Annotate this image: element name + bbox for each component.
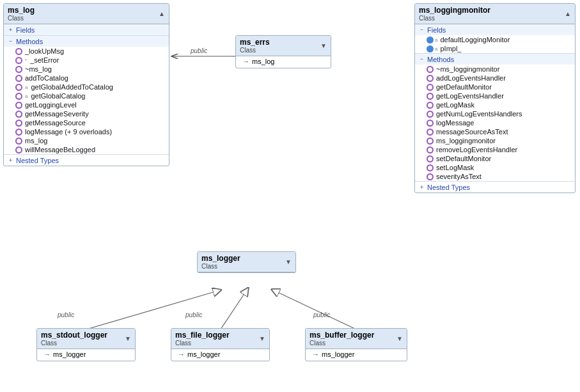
ms-stdout-content: → ms_logger [37,349,135,361]
method-setError: *_setError [4,56,169,65]
title-ms-loggingmonitor: ms_loggingmonitor [419,6,490,15]
chevron-ms-file-logger[interactable]: ▼ [259,335,265,342]
header-ms-loggingmonitor: ms_loggingmonitor Class ▲ [415,4,575,24]
header-ms-buffer-logger: ms_buffer_logger Class ▼ [306,329,407,349]
nested-label-ms-log: Nested Types [16,157,59,164]
method-lm-getNumLogEventsHandlers: getNumLogEventsHandlers [415,109,575,118]
svg-line-3 [86,291,217,329]
chevron-ms-buffer-logger[interactable]: ▼ [396,335,403,342]
method-lm-setLogMask: setLogMask [415,163,575,172]
diagram-canvas: public public public public ms_log Class… [0,0,580,392]
subtitle-ms-stdout-logger: Class [41,340,107,347]
arrow-icon-buffer: → [312,350,319,358]
methods-label-ms-log: Methods [16,38,43,45]
label-public-stdout: public [58,311,74,318]
chevron-ms-logger[interactable]: ▼ [285,258,292,265]
methods-toggle-ms-log[interactable]: － Methods [4,36,169,47]
method-getLoggingLevel: getLoggingLevel [4,100,169,109]
nested-toggle-icon-ms-log: ＋ [8,156,13,164]
method-getGlobalCatalog: agetGlobalCatalog [4,91,169,100]
ms-errs-content: → ms_log [236,56,331,68]
header-ms-file-logger: ms_file_logger Class ▼ [171,329,269,349]
svg-line-5 [275,291,356,329]
arrow-icon-file: → [178,350,185,358]
method-destructor: ~ms_log [4,65,169,74]
methods-toggle-icon-ms-log: － [8,37,13,45]
box-ms-log: ms_log Class ▲ ＋ Fields － Methods _lookU… [3,3,169,166]
box-ms-file-logger: ms_file_logger Class ▼ → ms_logger [171,328,270,361]
title-ms-buffer-logger: ms_buffer_logger [310,331,374,340]
label-public-errs: public [191,47,207,54]
method-lookUpMsg: _lookUpMsg [4,47,169,56]
methods-toggle-icon-loggingmonitor: － [419,55,425,63]
box-ms-loggingmonitor: ms_loggingmonitor Class ▲ － Fields a def… [414,3,576,193]
chevron-ms-log[interactable]: ▲ [159,10,165,17]
field-icon-2 [427,45,434,52]
header-ms-stdout-logger: ms_stdout_logger Class ▼ [37,329,135,349]
title-ms-stdout-logger: ms_stdout_logger [41,331,107,340]
ms-stdout-parent-item: → ms_logger [43,350,131,358]
chevron-ms-errs[interactable]: ▼ [320,42,327,49]
methods-label-loggingmonitor: Methods [427,56,454,63]
title-ms-errs: ms_errs [240,38,270,47]
field-defaultLoggingMonitor: a defaultLoggingMonitor [415,35,575,44]
chevron-ms-loggingmonitor[interactable]: ▲ [565,10,571,17]
svg-line-4 [221,291,246,329]
ms-errs-parent-label: ms_log [252,58,274,65]
fields-toggle-icon-ms-log: ＋ [8,26,13,34]
method-lm-getDefaultMonitor: getDefaultMonitor [415,82,575,91]
ms-file-content: → ms_logger [171,349,269,361]
method-getMessageSource: getMessageSource [4,118,169,127]
fields-toggle-ms-log[interactable]: ＋ Fields [4,24,169,35]
methods-toggle-ms-loggingmonitor[interactable]: － Methods [415,54,575,65]
label-public-buffer: public [313,311,330,318]
box-ms-errs: ms_errs Class ▼ → ms_log [235,35,331,68]
method-logMessage: logMessage (+ 9 overloads) [4,127,169,136]
methods-section-ms-loggingmonitor: － Methods ~ms_loggingmonitor addLogEvent… [415,54,575,182]
nested-types-ms-loggingmonitor[interactable]: ＋ Nested Types [415,182,575,192]
method-lm-messageSourceAsText: messageSourceAsText [415,127,575,136]
method-ms-log: ms_log [4,136,169,145]
label-public-file: public [185,311,202,318]
fields-label-loggingmonitor: Fields [427,26,446,34]
nested-label-loggingmonitor: Nested Types [427,184,470,191]
fields-toggle-ms-loggingmonitor[interactable]: － Fields [415,24,575,35]
subtitle-ms-errs: Class [240,47,270,54]
fields-label-ms-log: Fields [16,26,35,34]
nested-types-ms-log[interactable]: ＋ Nested Types [4,155,169,166]
fields-section-ms-loggingmonitor: － Fields a defaultLoggingMonitor a pImpl… [415,24,575,54]
arrow-icon-errs: → [242,58,249,65]
field-pImpl: a pImpl_ [415,44,575,53]
subtitle-ms-logger: Class [201,263,240,270]
ms-file-parent-label: ms_logger [187,350,220,358]
header-ms-logger: ms_logger Class ▼ [198,252,295,272]
title-ms-logger: ms_logger [201,254,240,263]
title-ms-log: ms_log [8,6,35,15]
header-ms-log: ms_log Class ▲ [4,4,169,24]
subtitle-ms-buffer-logger: Class [310,340,374,347]
ms-buffer-parent-label: ms_logger [322,350,354,358]
chevron-ms-stdout-logger[interactable]: ▼ [125,335,131,342]
method-getGlobalAddedToCatalog: agetGlobalAddedToCatalog [4,82,169,91]
method-lm-logMessage: logMessage [415,118,575,127]
ms-stdout-parent-label: ms_logger [53,350,86,358]
field-icon-1 [427,36,434,43]
method-willMessageBeLogged: willMessageBeLogged [4,145,169,154]
title-ms-file-logger: ms_file_logger [175,331,230,340]
method-lm-addLogEventsHandler: addLogEventsHandler [415,74,575,82]
method-lm-getLogEventsHandler: getLogEventsHandler [415,91,575,100]
method-lm-constructor: ms_loggingmonitor [415,136,575,145]
method-lm-removeLogEventsHandler: removeLogEventsHandler [415,145,575,154]
method-lm-setDefaultMonitor: setDefaultMonitor [415,154,575,163]
subtitle-ms-loggingmonitor: Class [419,15,490,22]
methods-section-ms-log: － Methods _lookUpMsg *_setError ~ms_log … [4,36,169,155]
subtitle-ms-log: Class [8,15,35,22]
ms-buffer-parent-item: → ms_logger [312,350,403,358]
method-getMessageSeverity: getMessageSeverity [4,109,169,118]
fields-section-ms-log: ＋ Fields [4,24,169,36]
subtitle-ms-file-logger: Class [175,340,230,347]
method-lm-severityAsText: severityAsText [415,172,575,181]
box-ms-stdout-logger: ms_stdout_logger Class ▼ → ms_logger [36,328,136,361]
ms-buffer-content: → ms_logger [306,349,407,361]
method-addToCatalog: addToCatalog [4,74,169,82]
